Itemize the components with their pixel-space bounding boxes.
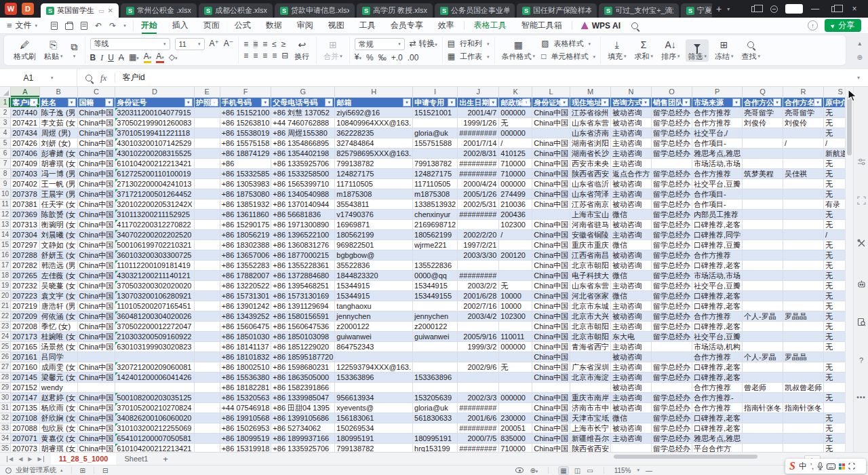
more-icon[interactable]: ••• [854, 394, 868, 401]
cell-I3[interactable] [413, 117, 458, 128]
cell-B18[interactable]: 左佳薇 (女 [39, 270, 77, 280]
menu-tab-效率[interactable]: 效率 [431, 18, 462, 34]
cell-Q10[interactable] [743, 189, 783, 199]
cell-Q15[interactable] [743, 240, 783, 250]
cell-A24[interactable]: 207173 [11, 331, 40, 341]
cell-Q13[interactable] [743, 219, 783, 229]
row-header-8[interactable]: 8 [0, 168, 11, 178]
cell-F18[interactable]: +86 17882007 [220, 270, 271, 280]
cell-K20[interactable]: 10000 [499, 290, 532, 301]
row-header-14[interactable]: 14 [0, 229, 11, 240]
cell-O1[interactable]: ▼销售团队 [652, 97, 692, 107]
cell-M30[interactable]: 重庆市南岸 [570, 392, 611, 402]
cell-E21[interactable] [194, 301, 220, 311]
cell-K16[interactable]: 200120 [499, 250, 532, 260]
cell-B5[interactable]: 刘妍 (女) [39, 138, 77, 148]
cell-E18[interactable] [194, 270, 220, 280]
cell-R18[interactable] [783, 270, 824, 280]
cell-H4[interactable]: 362228235 [335, 128, 413, 138]
cell-F4[interactable]: +86 15538019 [220, 128, 271, 138]
menu-tab-工具[interactable]: 工具 [352, 18, 383, 34]
column-header-G[interactable]: G [271, 87, 335, 97]
cell-D4[interactable]: 370105199411221118 [115, 128, 194, 138]
cell-R26[interactable]: 罗晶晶 [783, 352, 824, 362]
cell-I24[interactable]: guiwanwei [413, 331, 458, 341]
cell-A33[interactable]: 207088 [11, 423, 40, 433]
cell-D14[interactable]: 340702200202202520 [115, 229, 194, 240]
cell-N21[interactable]: 主动咨询 [611, 301, 652, 311]
column-header-B[interactable]: B [39, 87, 77, 97]
cell-A16[interactable]: 207288 [11, 250, 40, 260]
document-tab[interactable]: S宁夏教师样本.xlsx [681, 3, 712, 18]
cell-F15[interactable]: +86 18302388 [220, 240, 271, 250]
cell-A35[interactable]: 207073 [11, 443, 40, 452]
column-header-R[interactable]: R [783, 87, 824, 97]
cell-Q6[interactable] [743, 148, 783, 158]
cell-A29[interactable]: 207152 [11, 382, 40, 392]
cell-A8[interactable]: 207403 [11, 168, 40, 178]
cell-A17[interactable]: 207282 [11, 260, 40, 270]
settings-sliders-icon[interactable] [854, 157, 868, 166]
cell-M8[interactable]: 陕西省西安 [570, 168, 611, 178]
cell-F8[interactable]: +86 15332585 [220, 168, 271, 178]
cell-N33[interactable]: 被动咨询 [611, 423, 652, 433]
cell-Q11[interactable] [743, 199, 783, 209]
row-header-25[interactable]: 25 [0, 341, 11, 352]
cell-O12[interactable]: 留学总经办 [652, 209, 692, 219]
cell-J4[interactable]: ######### [458, 128, 499, 138]
percent-icon[interactable]: % [366, 54, 374, 62]
cell-F16[interactable]: +86 13657006 [220, 250, 271, 260]
cell-L17[interactable]: China中国 [532, 260, 570, 270]
cell-M1[interactable]: ▼现住地址 [570, 97, 611, 107]
cell-R2[interactable]: 亮哥留学 [783, 107, 824, 117]
save-icon[interactable] [51, 22, 58, 30]
cell-P15[interactable]: 口碑推荐,豆瓣 [692, 240, 743, 250]
cell-P27[interactable]: 口碑推荐,老客 [692, 362, 743, 372]
cell-D26[interactable] [115, 352, 194, 362]
cell-S17[interactable]: 无 [824, 260, 845, 270]
cell-O18[interactable]: 留学总经办 [652, 270, 692, 280]
cell-O20[interactable]: 留学总经办 [652, 290, 692, 301]
ai-robot-icon[interactable] [854, 280, 868, 288]
cell-H5[interactable]: 327484864 [335, 138, 413, 148]
cell-B26[interactable]: 吕同学 [39, 352, 77, 362]
cell-S22[interactable]: 无 [824, 311, 845, 321]
cell-F29[interactable]: +86 18182281 [220, 382, 271, 392]
tab-list-dropdown-icon[interactable]: ▾ [727, 6, 730, 12]
cell-Q7[interactable] [743, 158, 783, 168]
cell-D22[interactable]: 360481200304020026 [115, 311, 194, 321]
cell-H6[interactable]: 825798695XXX@163. [335, 148, 413, 158]
cell-A20[interactable]: 207223 [11, 290, 40, 301]
cell-I33[interactable] [413, 423, 458, 433]
cell-B9[interactable]: 王一帆 (男 [39, 178, 77, 189]
cell-N6[interactable]: 主动咨询 [611, 148, 652, 158]
column-header-I[interactable]: I [413, 87, 458, 97]
cell-R33[interactable] [783, 423, 824, 433]
cell-C28[interactable]: China中国 [77, 372, 115, 382]
cell-B27[interactable]: 成雨雯 (女 [39, 362, 77, 372]
cell-A1[interactable]: ▼客户id [11, 97, 40, 107]
cell-H30[interactable]: 956613934 [335, 392, 413, 402]
font-color-button[interactable]: A▾ [156, 53, 164, 63]
center-view-icon[interactable]: ⊕▾ [530, 467, 538, 474]
align-bottom-icon[interactable]: ≡ [262, 40, 267, 49]
cell-F6[interactable]: +86 18874129 [220, 148, 271, 158]
cell-E12[interactable] [194, 209, 220, 219]
cell-H28[interactable]: 153363896 [335, 372, 413, 382]
cell-F26[interactable]: +86 18101832 [220, 352, 271, 362]
chevron-down-icon[interactable]: ▾ [637, 468, 639, 473]
cell-O15[interactable]: 留学总经办 [652, 240, 692, 250]
cell-D3[interactable]: 370502199901260083 [115, 117, 194, 128]
row-header-3[interactable]: 3 [0, 117, 11, 128]
cell-R3[interactable]: 刘俊伶 [783, 117, 824, 128]
justify-icon[interactable]: ≡ [272, 52, 277, 60]
sheet-tab-Sheet1[interactable]: Sheet1 [116, 453, 156, 466]
cell-L3[interactable]: China中国 [532, 117, 570, 128]
column-header-N[interactable]: N [611, 87, 652, 97]
cell-J18[interactable]: ######### [458, 270, 499, 280]
cell-A28[interactable]: 207145 [11, 372, 40, 382]
cell-D17[interactable]: 110112200109181419 [115, 260, 194, 270]
cell-A23[interactable]: 207208 [11, 321, 40, 331]
cell-K12[interactable]: 200436 [499, 209, 532, 219]
cell-O35[interactable]: 留学总经办 [652, 443, 692, 452]
